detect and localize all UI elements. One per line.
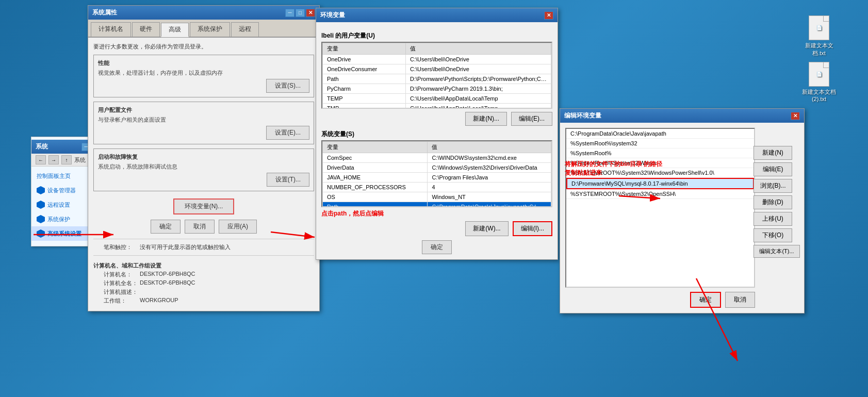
annotation-path: 点击path，然后点编辑	[321, 209, 552, 218]
env-vars-controls: ✕	[544, 11, 553, 20]
sys-var-row-1[interactable]: ComSpecC:\WINDOWS\system32\cmd.exe	[323, 153, 551, 163]
edit-edit-btn[interactable]: 编辑(E)	[754, 162, 792, 176]
tab-advanced[interactable]: 高级	[161, 23, 189, 37]
forward-btn[interactable]: →	[48, 155, 59, 164]
sys-var-row-path[interactable]: PathC:\ProgramData\Oracle\Java\javapath;…	[323, 202, 551, 208]
env-vars-content: lbeli 的用户变量(U) 变量值 OneDriveC:\Users\lbel…	[316, 22, 558, 259]
cancel-btn[interactable]: 取消	[185, 220, 215, 234]
edit-env-titlebar: 编辑环境变量 ✕	[560, 109, 804, 123]
system-panel-title: 系统	[36, 142, 48, 151]
env-vars-title: 环境变量	[320, 11, 345, 20]
user-var-row-1[interactable]: OneDriveC:\Users\lbeli\OneDrive	[323, 55, 551, 64]
shield-icon-3	[37, 215, 45, 223]
sys-var-row-5[interactable]: OSWindows_NT	[323, 192, 551, 202]
shield-icon-2	[37, 201, 45, 209]
edit-delete-btn[interactable]: 删除(D)	[754, 195, 792, 209]
ok-btn[interactable]: 确定	[151, 220, 181, 234]
pc-name-row: 计算机名： DESKTOP-6PBH8QC	[93, 271, 314, 278]
sys-vars-table-container: 变量值 ComSpecC:\WINDOWS\system32\cmd.exe D…	[321, 140, 552, 207]
system-properties-window: 系统属性 ─ □ ✕ 计算机名 硬件 高级 系统保护 远程 要进行大多数更改，你…	[88, 5, 320, 311]
annotation-text: 将解压好的文件下的bin目录 的路径复制粘贴进来	[565, 160, 662, 176]
user-edit-btn[interactable]: 编辑(E)...	[511, 112, 552, 126]
edit-text-btn[interactable]: 编辑文本(T)...	[754, 245, 800, 258]
startup-section: 启动和故障恢复 系统启动，系统故障和调试信息 设置(T)...	[93, 148, 314, 191]
shield-icon-1	[37, 186, 45, 194]
pc-fullname-value: DESKTOP-6PBH8QC	[140, 279, 195, 287]
edit-list-item-7[interactable]: %SYSTEMROOT%\System32\OpenSSH\	[566, 189, 754, 199]
edit-bottom-row: 确定 取消	[565, 292, 755, 308]
edit-browse-btn[interactable]: 浏览(B)...	[754, 179, 792, 193]
env-vars-titlebar: 环境变量 ✕	[316, 8, 558, 22]
sys-var-col: 变量	[323, 142, 428, 153]
computer-section: 计算机名、域和工作组设置	[93, 262, 314, 270]
desktop-icon-1[interactable]: 📄 新建文本文 档.txt	[801, 15, 837, 57]
desktop-icon-2-label: 新建文本文档(2).txt	[801, 88, 837, 102]
sys-close-btn[interactable]: ✕	[306, 9, 315, 17]
sys-val-col: 值	[428, 142, 551, 153]
apply-btn[interactable]: 应用(A)	[219, 220, 257, 234]
user-vars-label: lbeli 的用户变量(U)	[321, 31, 552, 40]
file-icon-1: 📄	[809, 15, 829, 40]
edit-list-item-2[interactable]: %SystemRoot%\system32	[566, 139, 754, 148]
user-var-row-5[interactable]: TEMPC:\Users\lbeli\AppData\Local\Temp	[323, 94, 551, 104]
sys-vars-btns: 新建(W)... 编辑(I)...	[321, 221, 552, 236]
tab-system-protection[interactable]: 系统保护	[190, 22, 230, 37]
breadcrumb-path: 系统	[74, 156, 86, 164]
sys-props-controls: ─ □ ✕	[285, 9, 315, 17]
pc-desc-row: 计算机描述：	[93, 288, 314, 296]
user-vars-table: 变量值 OneDriveC:\Users\lbeli\OneDrive OneD…	[322, 43, 551, 109]
tab-hardware[interactable]: 硬件	[132, 22, 160, 37]
tab-remote[interactable]: 远程	[231, 22, 259, 37]
control-panel-label: 控制面板主页	[37, 172, 71, 180]
file-icon-2: 📄	[809, 62, 829, 87]
pen-touch-value: 没有可用于此显示器的笔或触控输入	[140, 243, 231, 251]
sys-new-btn[interactable]: 新建(W)...	[465, 221, 508, 236]
annotation-callout: 将解压好的文件下的bin目录 的路径复制粘贴进来	[565, 160, 668, 177]
perf-settings-btn[interactable]: 设置(S)...	[266, 79, 309, 93]
user-profile-label: 用户配置文件	[98, 106, 309, 114]
workgroup-row: 工作组： WORKGROUP	[93, 297, 314, 305]
sys-props-titlebar: 系统属性 ─ □ ✕	[88, 6, 319, 20]
perf-label: 性能	[98, 59, 309, 67]
env-ok-btn[interactable]: 确定	[422, 240, 452, 254]
perf-desc: 视觉效果，处理器计划，内存使用，以及虚拟内存	[98, 69, 309, 77]
user-var-row-path[interactable]: PathD:\Promware\Python\Scripts;D:\Promwa…	[323, 74, 551, 84]
sys-maximize-btn[interactable]: □	[296, 9, 305, 17]
edit-list-item-3[interactable]: %SystemRoot%	[566, 148, 754, 158]
edit-move-down-btn[interactable]: 下移(O)	[754, 228, 792, 242]
user-new-btn[interactable]: 新建(N)...	[465, 112, 507, 126]
user-var-row-2[interactable]: OneDriveConsumerC:\Users\lbeli\OneDrive	[323, 64, 551, 74]
sys-minimize-btn[interactable]: ─	[285, 9, 294, 17]
sys-var-row-3[interactable]: JAVA_HOMEC:\Program Files\Java	[323, 173, 551, 183]
edit-env-title: 编辑环境变量	[564, 111, 601, 120]
sys-edit-btn[interactable]: 编辑(I)...	[513, 221, 552, 236]
var-col-header: 变量	[323, 43, 406, 55]
edit-new-btn[interactable]: 新建(N)	[754, 146, 792, 160]
startup-settings-btn[interactable]: 设置(T)...	[267, 173, 309, 187]
sys-var-row-2[interactable]: DriverDataC:\Windows\System32\Drivers\Dr…	[323, 163, 551, 173]
edit-cancel-btn[interactable]: 取消	[725, 292, 755, 308]
edit-move-up-btn[interactable]: 上移(U)	[754, 212, 792, 226]
user-var-row-6[interactable]: TMPC:\Users\lbeli\AppData\Local\Temp	[323, 104, 551, 109]
user-profile-settings-btn[interactable]: 设置(E)...	[266, 126, 309, 140]
up-btn[interactable]: ↑	[61, 155, 72, 164]
tab-computer-name[interactable]: 计算机名	[91, 22, 131, 37]
desktop-icon-2[interactable]: 📄 新建文本文档(2).txt	[801, 62, 837, 102]
env-vars-btn[interactable]: 环境变量(N)...	[173, 198, 235, 214]
edit-ok-btn[interactable]: 确定	[690, 292, 721, 308]
edit-env-close-btn[interactable]: ✕	[791, 112, 800, 120]
user-profile-desc: 与登录帐户相关的桌面设置	[98, 116, 309, 124]
edit-list-item-1[interactable]: C:\ProgramData\Oracle\Java\javapath	[566, 129, 754, 139]
sys-props-title: 系统属性	[92, 8, 117, 17]
sys-props-content: 要进行大多数更改，你必须作为管理员登录。 性能 视觉效果，处理器计划，内存使用，…	[88, 38, 319, 311]
tab-bar: 计算机名 硬件 高级 系统保护 远程	[88, 20, 319, 38]
edit-env-content: C:\ProgramData\Oracle\Java\javapath %Sys…	[560, 123, 804, 313]
sys-var-row-4[interactable]: NUMBER_OF_PROCESSORS4	[323, 183, 551, 192]
startup-label: 启动和故障恢复	[98, 153, 309, 161]
env-close-btn[interactable]: ✕	[544, 11, 553, 20]
remote-label: 远程设置	[47, 201, 70, 209]
user-var-row-4[interactable]: PyCharmD:\Promware\PyCharm 2019.1.3\bin;	[323, 84, 551, 94]
back-btn[interactable]: ←	[36, 155, 46, 164]
edit-list-item-mysql[interactable]: D:\Promware\MySQL\mysql-8.0.17-winx64\bi…	[566, 178, 754, 189]
pc-name-value: DESKTOP-6PBH8QC	[140, 271, 195, 278]
